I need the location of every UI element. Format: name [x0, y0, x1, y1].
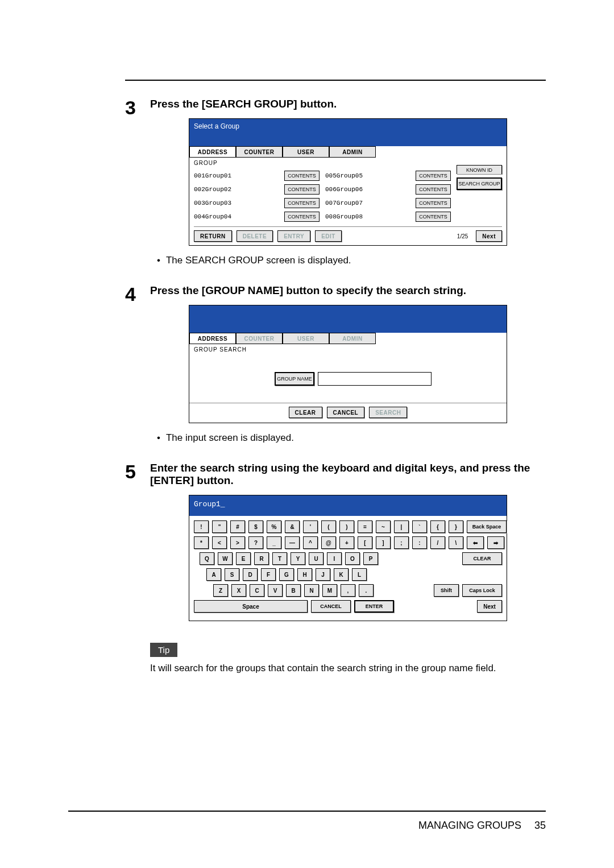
key[interactable]: ' — [303, 520, 318, 533]
tab-counter[interactable]: COUNTER — [236, 333, 283, 344]
key[interactable]: } — [449, 520, 463, 533]
key[interactable]: I — [327, 552, 342, 565]
key[interactable]: | — [394, 520, 409, 533]
key[interactable]: ; — [394, 536, 409, 549]
kb-cancel-button[interactable]: CANCEL — [311, 600, 351, 613]
group-row[interactable]: 006Group06CONTENTS — [325, 183, 451, 196]
key[interactable]: R — [254, 552, 269, 565]
backspace-key[interactable]: Back Space — [467, 520, 507, 533]
key[interactable]: @ — [321, 536, 336, 549]
space-key[interactable]: Space — [194, 600, 308, 613]
tab-admin[interactable]: ADMIN — [329, 333, 376, 344]
next-button[interactable]: Next — [476, 230, 502, 242]
key[interactable]: — — [285, 536, 300, 549]
key[interactable]: * — [194, 536, 209, 549]
key[interactable]: " — [212, 520, 227, 533]
key[interactable]: Z — [213, 584, 228, 597]
contents-button[interactable]: CONTENTS — [284, 184, 320, 195]
entry-button[interactable]: ENTRY — [277, 230, 310, 242]
key[interactable]: ] — [376, 536, 391, 549]
key[interactable]: [ — [358, 536, 372, 549]
key[interactable]: V — [268, 584, 283, 597]
tab-user[interactable]: USER — [283, 146, 329, 158]
contents-button[interactable]: CONTENTS — [284, 212, 320, 222]
enter-button[interactable]: ENTER — [354, 600, 394, 613]
key[interactable]: X — [231, 584, 246, 597]
return-button[interactable]: RETURN — [194, 230, 232, 242]
key[interactable]: = — [358, 520, 372, 533]
key[interactable]: E — [236, 552, 251, 565]
group-row[interactable]: 002Group02CONTENTS — [194, 183, 320, 196]
group-row[interactable]: 001Group01CONTENTS — [194, 170, 320, 182]
key[interactable]: A — [206, 568, 221, 581]
known-id-button[interactable]: KNOWN ID — [457, 165, 502, 174]
delete-button[interactable]: DELETE — [237, 230, 273, 242]
key[interactable]: ^ — [303, 536, 318, 549]
key[interactable]: , — [341, 584, 355, 597]
tab-address[interactable]: ADDRESS — [189, 333, 236, 344]
contents-button[interactable]: CONTENTS — [284, 171, 320, 181]
key[interactable]: + — [339, 536, 354, 549]
key[interactable]: . — [359, 584, 374, 597]
key[interactable]: _ — [267, 536, 281, 549]
group-row[interactable]: 008Group08CONTENTS — [325, 210, 451, 223]
key[interactable]: \ — [449, 536, 463, 549]
search-button[interactable]: SEARCH — [369, 407, 407, 418]
key[interactable]: D — [243, 568, 258, 581]
capslock-key[interactable]: Caps Lock — [462, 584, 502, 597]
key[interactable]: O — [345, 552, 360, 565]
key[interactable]: G — [279, 568, 294, 581]
key[interactable]: T — [272, 552, 287, 565]
key[interactable]: L — [352, 568, 367, 581]
key[interactable]: W — [218, 552, 233, 565]
group-row[interactable]: 004Group04CONTENTS — [194, 210, 320, 223]
group-name-button[interactable]: GROUP NAME — [275, 372, 314, 386]
key[interactable]: F — [261, 568, 276, 581]
kb-next-button[interactable]: Next — [477, 600, 502, 613]
key[interactable]: { — [430, 520, 445, 533]
key[interactable]: N — [304, 584, 319, 597]
key[interactable]: : — [412, 536, 427, 549]
key[interactable]: > — [230, 536, 245, 549]
key[interactable]: ( — [321, 520, 336, 533]
key[interactable]: ` — [412, 520, 427, 533]
key[interactable]: $ — [248, 520, 263, 533]
key[interactable]: K — [334, 568, 349, 581]
contents-button[interactable]: CONTENTS — [284, 198, 320, 208]
key[interactable]: ) — [339, 520, 354, 533]
key[interactable]: < — [212, 536, 227, 549]
group-row[interactable]: 007Group07CONTENTS — [325, 197, 451, 209]
key[interactable]: & — [285, 520, 300, 533]
key[interactable]: P — [363, 552, 378, 565]
key[interactable]: ? — [248, 536, 263, 549]
key[interactable]: / — [430, 536, 445, 549]
key[interactable]: # — [230, 520, 245, 533]
key[interactable]: Q — [200, 552, 214, 565]
contents-button[interactable]: CONTENTS — [416, 198, 451, 208]
key[interactable]: J — [316, 568, 330, 581]
key[interactable]: ! — [194, 520, 209, 533]
contents-button[interactable]: CONTENTS — [416, 212, 451, 222]
tab-user[interactable]: USER — [283, 333, 329, 344]
key[interactable]: % — [267, 520, 281, 533]
group-row[interactable]: 005Group05CONTENTS — [325, 170, 451, 182]
contents-button[interactable]: CONTENTS — [416, 184, 451, 195]
key[interactable]: M — [322, 584, 337, 597]
left-arrow-key[interactable]: ⬅ — [467, 536, 484, 549]
group-name-field[interactable] — [318, 372, 432, 386]
key[interactable]: S — [225, 568, 239, 581]
edit-button[interactable]: EDIT — [315, 230, 342, 242]
clear-key[interactable]: CLEAR — [462, 552, 502, 565]
search-group-button[interactable]: SEARCH GROUP — [457, 177, 502, 190]
tab-admin[interactable]: ADMIN — [329, 146, 376, 158]
contents-button[interactable]: CONTENTS — [416, 171, 451, 181]
key[interactable]: ~ — [376, 520, 391, 533]
shift-key[interactable]: Shift — [434, 584, 459, 597]
tab-address[interactable]: ADDRESS — [189, 146, 236, 158]
right-arrow-key[interactable]: ➡ — [487, 536, 504, 549]
key[interactable]: B — [286, 584, 301, 597]
cancel-button[interactable]: CANCEL — [327, 407, 365, 418]
group-row[interactable]: 003Group03CONTENTS — [194, 197, 320, 209]
clear-button[interactable]: CLEAR — [289, 407, 322, 418]
key[interactable]: H — [297, 568, 312, 581]
